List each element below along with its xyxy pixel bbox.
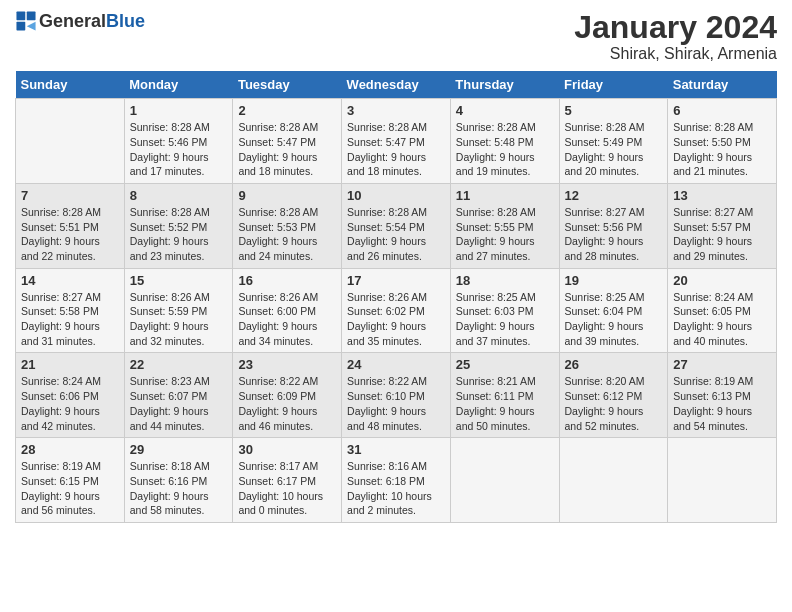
weekday-header-friday: Friday	[559, 71, 668, 99]
weekday-header-wednesday: Wednesday	[342, 71, 451, 99]
calendar-cell: 13Sunrise: 8:27 AMSunset: 5:57 PMDayligh…	[668, 183, 777, 268]
logo-icon	[15, 10, 37, 32]
calendar-cell	[450, 438, 559, 523]
day-number: 4	[456, 103, 554, 118]
calendar-cell: 5Sunrise: 8:28 AMSunset: 5:49 PMDaylight…	[559, 99, 668, 184]
calendar-cell: 20Sunrise: 8:24 AMSunset: 6:05 PMDayligh…	[668, 268, 777, 353]
day-info: Sunrise: 8:28 AMSunset: 5:54 PMDaylight:…	[347, 205, 445, 264]
calendar-cell: 31Sunrise: 8:16 AMSunset: 6:18 PMDayligh…	[342, 438, 451, 523]
logo-blue: Blue	[106, 11, 145, 31]
calendar-week-row: 7Sunrise: 8:28 AMSunset: 5:51 PMDaylight…	[16, 183, 777, 268]
day-info: Sunrise: 8:19 AMSunset: 6:15 PMDaylight:…	[21, 459, 119, 518]
day-number: 23	[238, 357, 336, 372]
day-number: 19	[565, 273, 663, 288]
calendar-cell: 14Sunrise: 8:27 AMSunset: 5:58 PMDayligh…	[16, 268, 125, 353]
day-info: Sunrise: 8:21 AMSunset: 6:11 PMDaylight:…	[456, 374, 554, 433]
calendar-cell: 29Sunrise: 8:18 AMSunset: 6:16 PMDayligh…	[124, 438, 233, 523]
calendar-cell: 7Sunrise: 8:28 AMSunset: 5:51 PMDaylight…	[16, 183, 125, 268]
calendar-cell: 22Sunrise: 8:23 AMSunset: 6:07 PMDayligh…	[124, 353, 233, 438]
calendar-cell: 10Sunrise: 8:28 AMSunset: 5:54 PMDayligh…	[342, 183, 451, 268]
day-info: Sunrise: 8:24 AMSunset: 6:06 PMDaylight:…	[21, 374, 119, 433]
day-number: 18	[456, 273, 554, 288]
logo-general: General	[39, 11, 106, 31]
day-number: 15	[130, 273, 228, 288]
day-info: Sunrise: 8:17 AMSunset: 6:17 PMDaylight:…	[238, 459, 336, 518]
calendar-cell: 21Sunrise: 8:24 AMSunset: 6:06 PMDayligh…	[16, 353, 125, 438]
calendar-cell: 27Sunrise: 8:19 AMSunset: 6:13 PMDayligh…	[668, 353, 777, 438]
day-info: Sunrise: 8:23 AMSunset: 6:07 PMDaylight:…	[130, 374, 228, 433]
calendar-cell: 28Sunrise: 8:19 AMSunset: 6:15 PMDayligh…	[16, 438, 125, 523]
day-info: Sunrise: 8:28 AMSunset: 5:47 PMDaylight:…	[238, 120, 336, 179]
calendar-cell: 30Sunrise: 8:17 AMSunset: 6:17 PMDayligh…	[233, 438, 342, 523]
page-title: January 2024	[574, 10, 777, 45]
calendar-cell	[16, 99, 125, 184]
calendar-cell: 11Sunrise: 8:28 AMSunset: 5:55 PMDayligh…	[450, 183, 559, 268]
header: GeneralBlue January 2024 Shirak, Shirak,…	[15, 10, 777, 63]
calendar-cell: 1Sunrise: 8:28 AMSunset: 5:46 PMDaylight…	[124, 99, 233, 184]
calendar-cell: 23Sunrise: 8:22 AMSunset: 6:09 PMDayligh…	[233, 353, 342, 438]
weekday-header-saturday: Saturday	[668, 71, 777, 99]
calendar-cell	[559, 438, 668, 523]
calendar-week-row: 21Sunrise: 8:24 AMSunset: 6:06 PMDayligh…	[16, 353, 777, 438]
calendar-cell: 6Sunrise: 8:28 AMSunset: 5:50 PMDaylight…	[668, 99, 777, 184]
day-number: 16	[238, 273, 336, 288]
day-number: 31	[347, 442, 445, 457]
calendar-cell: 4Sunrise: 8:28 AMSunset: 5:48 PMDaylight…	[450, 99, 559, 184]
calendar-cell: 3Sunrise: 8:28 AMSunset: 5:47 PMDaylight…	[342, 99, 451, 184]
calendar-cell: 24Sunrise: 8:22 AMSunset: 6:10 PMDayligh…	[342, 353, 451, 438]
calendar-cell: 2Sunrise: 8:28 AMSunset: 5:47 PMDaylight…	[233, 99, 342, 184]
day-number: 12	[565, 188, 663, 203]
calendar-cell: 16Sunrise: 8:26 AMSunset: 6:00 PMDayligh…	[233, 268, 342, 353]
day-info: Sunrise: 8:22 AMSunset: 6:10 PMDaylight:…	[347, 374, 445, 433]
weekday-header-thursday: Thursday	[450, 71, 559, 99]
calendar-cell: 19Sunrise: 8:25 AMSunset: 6:04 PMDayligh…	[559, 268, 668, 353]
day-info: Sunrise: 8:26 AMSunset: 5:59 PMDaylight:…	[130, 290, 228, 349]
day-number: 11	[456, 188, 554, 203]
day-number: 10	[347, 188, 445, 203]
day-number: 27	[673, 357, 771, 372]
day-info: Sunrise: 8:28 AMSunset: 5:48 PMDaylight:…	[456, 120, 554, 179]
day-info: Sunrise: 8:28 AMSunset: 5:49 PMDaylight:…	[565, 120, 663, 179]
day-number: 2	[238, 103, 336, 118]
calendar-table: SundayMondayTuesdayWednesdayThursdayFrid…	[15, 71, 777, 523]
day-info: Sunrise: 8:28 AMSunset: 5:50 PMDaylight:…	[673, 120, 771, 179]
day-info: Sunrise: 8:16 AMSunset: 6:18 PMDaylight:…	[347, 459, 445, 518]
day-number: 14	[21, 273, 119, 288]
weekday-header-row: SundayMondayTuesdayWednesdayThursdayFrid…	[16, 71, 777, 99]
calendar-cell: 15Sunrise: 8:26 AMSunset: 5:59 PMDayligh…	[124, 268, 233, 353]
day-number: 29	[130, 442, 228, 457]
calendar-week-row: 14Sunrise: 8:27 AMSunset: 5:58 PMDayligh…	[16, 268, 777, 353]
day-number: 24	[347, 357, 445, 372]
day-info: Sunrise: 8:20 AMSunset: 6:12 PMDaylight:…	[565, 374, 663, 433]
day-number: 1	[130, 103, 228, 118]
day-info: Sunrise: 8:28 AMSunset: 5:55 PMDaylight:…	[456, 205, 554, 264]
day-number: 30	[238, 442, 336, 457]
day-info: Sunrise: 8:28 AMSunset: 5:46 PMDaylight:…	[130, 120, 228, 179]
calendar-week-row: 28Sunrise: 8:19 AMSunset: 6:15 PMDayligh…	[16, 438, 777, 523]
day-number: 8	[130, 188, 228, 203]
day-number: 9	[238, 188, 336, 203]
svg-rect-0	[16, 11, 25, 20]
svg-rect-2	[16, 22, 25, 31]
day-info: Sunrise: 8:28 AMSunset: 5:51 PMDaylight:…	[21, 205, 119, 264]
weekday-header-sunday: Sunday	[16, 71, 125, 99]
day-info: Sunrise: 8:26 AMSunset: 6:02 PMDaylight:…	[347, 290, 445, 349]
day-number: 21	[21, 357, 119, 372]
calendar-cell: 8Sunrise: 8:28 AMSunset: 5:52 PMDaylight…	[124, 183, 233, 268]
day-number: 25	[456, 357, 554, 372]
logo-text: GeneralBlue	[39, 11, 145, 32]
weekday-header-monday: Monday	[124, 71, 233, 99]
calendar-cell: 18Sunrise: 8:25 AMSunset: 6:03 PMDayligh…	[450, 268, 559, 353]
day-number: 6	[673, 103, 771, 118]
day-info: Sunrise: 8:28 AMSunset: 5:53 PMDaylight:…	[238, 205, 336, 264]
calendar-cell	[668, 438, 777, 523]
day-number: 28	[21, 442, 119, 457]
day-info: Sunrise: 8:25 AMSunset: 6:03 PMDaylight:…	[456, 290, 554, 349]
day-number: 13	[673, 188, 771, 203]
day-number: 3	[347, 103, 445, 118]
day-info: Sunrise: 8:27 AMSunset: 5:57 PMDaylight:…	[673, 205, 771, 264]
title-area: January 2024 Shirak, Shirak, Armenia	[574, 10, 777, 63]
day-number: 26	[565, 357, 663, 372]
calendar-week-row: 1Sunrise: 8:28 AMSunset: 5:46 PMDaylight…	[16, 99, 777, 184]
svg-rect-1	[27, 11, 36, 20]
